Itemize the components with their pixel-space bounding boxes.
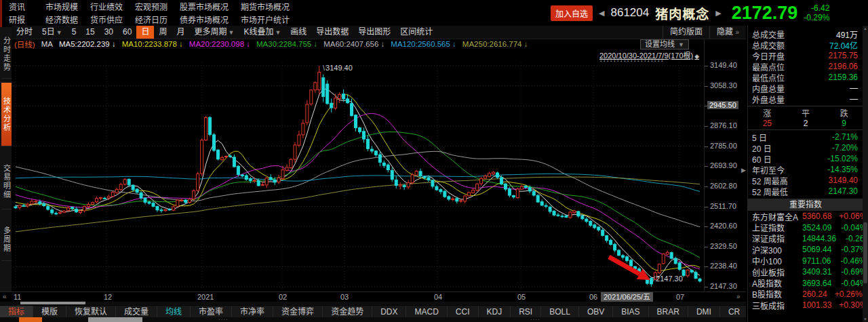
menu-item[interactable]: 行业绩效 — [90, 1, 123, 12]
index-row[interactable]: 东方财富全A5360.68+0.06% — [748, 211, 863, 222]
prev-symbol-icon[interactable]: ◀ — [599, 9, 604, 18]
period-button[interactable]: 5日▼ — [37, 26, 67, 39]
vertical-scrollbar[interactable]: ▲ ▼ — [863, 26, 868, 322]
bar-squeeze-control[interactable]: ↕↕↕↕↕↕↕↕↕↕↕↕↕↕↕↕↕↕↕ — [599, 57, 664, 63]
menu-item[interactable]: 市场开户统计 — [241, 14, 290, 25]
splitter-handle[interactable]: ···· — [530, 317, 540, 322]
left-sidebar: 分时走势技术分析交易明细多周期 — [0, 27, 12, 291]
indicator-tab[interactable]: 恢复默认 — [66, 306, 116, 318]
scroll-left-icon[interactable]: « — [3, 293, 7, 300]
period-button[interactable]: 30 — [100, 26, 118, 39]
price-axis-label: 3058.30 — [710, 81, 737, 89]
index-row[interactable]: 深证成指14844.36-0.26% — [748, 233, 863, 244]
indicator-tab[interactable]: 资金博弈 — [273, 306, 323, 318]
period-button[interactable]: 15 — [81, 26, 99, 39]
period-button[interactable]: 导出数据 — [311, 26, 353, 39]
sidebar-item[interactable]: 分时走势 — [1, 31, 12, 79]
period-button[interactable]: 月 — [172, 26, 189, 39]
simple-layout-button[interactable]: 简约版面 — [663, 26, 709, 39]
period-button[interactable]: 导出图形 — [353, 26, 395, 39]
indicator-tab[interactable]: BOLL — [541, 306, 579, 318]
low-price-annotation: /2147.30 — [653, 275, 683, 283]
indicator-tab[interactable]: CR — [720, 306, 749, 318]
panel-collapse-arrow[interactable]: ▶ — [741, 167, 746, 174]
indicator-tab[interactable]: CCI — [448, 306, 479, 318]
scroll-right-icon[interactable]: » — [736, 293, 741, 300]
sidebar-item[interactable]: 技术分析 — [1, 83, 12, 146]
menu-item[interactable]: 市场规模 — [45, 1, 78, 12]
quote-detail-panel: 总成交量491万总成交额72.04亿今日开盘2175.75最高点位2196.06… — [747, 26, 863, 322]
pointer-line-icon: / — [653, 275, 655, 283]
period-button[interactable]: K线叠加▼ — [239, 26, 285, 39]
menu-item[interactable]: 经济日历 — [135, 14, 167, 25]
period-button[interactable]: 60 — [118, 26, 136, 39]
next-symbol-icon[interactable]: ▶ — [715, 9, 721, 18]
index-row[interactable]: 三板成指1001.33+0.30% — [748, 300, 863, 310]
indicator-tab[interactable]: 成交量 — [116, 306, 157, 318]
price-axis-label: 2602.80 — [710, 182, 737, 190]
indicator-tab[interactable]: 指标 — [0, 306, 33, 318]
indicator-tab[interactable]: 市净率 — [232, 306, 273, 318]
period-button[interactable]: 周 — [154, 26, 172, 39]
stat-row: 最低点位2159.36 — [748, 72, 863, 83]
scroll-up-icon[interactable]: ▲ — [863, 26, 868, 31]
stat-row: 最高点位2196.06 — [748, 61, 863, 72]
period-return-list: 5 日-2.71%20 日-7.20%60 日-15.02%年初至今-14.35… — [748, 132, 863, 197]
period-return-row: 60 日-15.02% — [748, 153, 863, 164]
index-row[interactable]: 上证指数3524.09-0.04% — [748, 222, 863, 233]
period-button[interactable]: 更多周期▼ — [189, 26, 239, 39]
ma-value: MA30:2284.755 ↓ — [256, 40, 317, 48]
price-axis-label: 2420.60 — [710, 222, 737, 230]
indicator-tab[interactable]: KDJ — [479, 306, 511, 318]
menu-item[interactable]: 经济数据 — [45, 14, 78, 25]
period-button[interactable]: 画线 — [285, 26, 311, 39]
indicator-tab[interactable]: DDX — [372, 306, 406, 318]
axis-tick — [705, 166, 708, 167]
menu-item[interactable]: 宏观预测 — [135, 1, 167, 12]
hscroll-thumb[interactable] — [20, 302, 85, 304]
indices-list: 东方财富全A5360.68+0.06%上证指数3524.09-0.04%深证成指… — [748, 211, 863, 311]
advance-decline-headers: 涨平跌 — [748, 108, 863, 118]
bottom-strip: ···· ···· — [0, 317, 746, 322]
menu-item[interactable]: 期货市场概况 — [241, 1, 290, 12]
menu-item[interactable]: 股票市场概况 — [180, 1, 229, 12]
menu-item[interactable]: 债券市场概况 — [180, 14, 229, 25]
splitter-handle[interactable]: ···· — [218, 317, 229, 322]
price-axis-label: 2876.10 — [710, 121, 737, 129]
period-button[interactable]: 5 — [67, 26, 81, 39]
menu-item[interactable]: 研报 — [9, 14, 25, 25]
time-axis-label: 07 — [676, 293, 684, 301]
indicator-tab[interactable]: 均线 — [157, 306, 191, 318]
index-row[interactable]: B股指数260.24+0.26% — [748, 289, 863, 300]
indicator-tab[interactable]: OBV — [579, 306, 613, 318]
indicator-tab[interactable]: 资金趋势 — [323, 306, 372, 318]
index-row[interactable]: 创业板指3409.31-0.69% — [748, 266, 863, 277]
price-axis-label: 2511.70 — [710, 202, 736, 210]
period-button[interactable]: 分时 — [12, 26, 37, 39]
menu-item[interactable]: 资讯 — [9, 1, 25, 12]
add-watchlist-button[interactable]: 加入自选 — [551, 5, 593, 21]
vscroll-thumb[interactable] — [863, 222, 867, 283]
index-row[interactable]: A股指数3693.64-0.04% — [748, 277, 863, 288]
indicator-tabbar: 指标模版恢复默认成交量均线市盈率市净率资金博弈资金趋势DDXMACDCCIKDJ… — [0, 305, 746, 318]
strip-orange-block — [19, 317, 42, 322]
sidebar-item[interactable]: 交易明细 — [1, 155, 12, 209]
period-button[interactable]: 日 — [136, 26, 154, 39]
divider — [748, 129, 863, 130]
index-row[interactable]: 沪深3005069.44-0.37% — [748, 244, 863, 255]
sidebar-item[interactable]: 多周期 — [1, 218, 12, 261]
range-adjust-icon: ◆ — [694, 53, 699, 60]
indicator-tab[interactable]: DMI — [688, 306, 720, 318]
ma-settings-button[interactable]: 设置均线 ▼ — [640, 39, 689, 49]
index-row[interactable]: 中小1009711.06-0.46% — [748, 256, 863, 266]
scroll-down-icon[interactable]: ▼ — [863, 317, 868, 322]
indicator-tab[interactable]: 模版 — [33, 306, 66, 318]
caret-down-icon: ▼ — [228, 29, 234, 36]
indicator-tab[interactable]: MACD — [406, 306, 447, 318]
indicator-tab[interactable]: BIAS — [613, 306, 648, 318]
period-button[interactable]: 区间统计 — [395, 26, 437, 39]
advance-decline-values: 2529 — [748, 118, 863, 128]
hide-panel-button[interactable]: 隐藏 » — [709, 26, 746, 39]
indicator-tab[interactable]: BRAR — [649, 306, 688, 318]
menu-item[interactable]: 货币供应 — [90, 14, 123, 25]
